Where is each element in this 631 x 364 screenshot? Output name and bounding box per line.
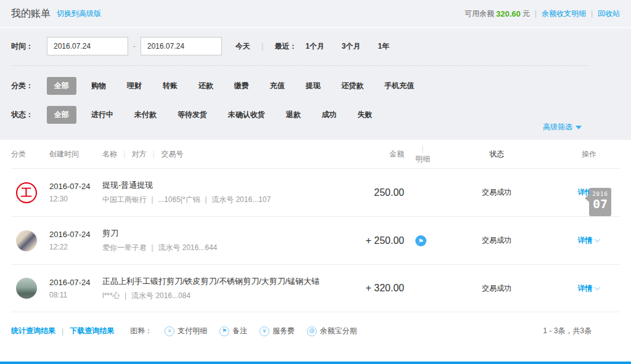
status-option-all[interactable]: 全部 [47,106,76,124]
transaction-row: 工 2016-07-24 12:30 提现-普通提现 中国工商银行 ｜ ...1… [11,168,620,216]
category-option-fees[interactable]: 缴费 [228,77,255,95]
preset-1month[interactable]: 1个月 [306,41,325,52]
status-option-refund[interactable]: 退款 [280,106,307,124]
preset-1year[interactable]: 1年 [378,41,389,52]
preset-3month[interactable]: 3个月 [341,41,360,52]
note-flag-icon[interactable]: ⚑ [415,235,426,246]
row-title: 提现-普通提现 [102,180,340,191]
separator: | [535,9,537,18]
category-option-transfer[interactable]: 转账 [157,77,184,95]
row-amount: 250.00 [374,187,404,198]
category-option-loan[interactable]: 还贷款 [335,77,370,95]
row-subtitle: l***心 ｜ 流水号 2016...084 [102,291,340,301]
header-amount: 金额 [345,149,407,160]
row-amount: + 250.00 [365,235,404,246]
installment-icon: @ [307,326,317,336]
category-option-all[interactable]: 全部 [47,77,76,95]
legend-label: 图释： [130,326,152,336]
pagination-info: 1 - 3条，共3条 [543,326,592,336]
dashed-divider [11,65,589,66]
row-title: 正品上利手工锻打剪刀/铁皮剪刀/不锈钢剪刀/大剪刀/锰钢大锚 [102,276,340,287]
user-photo-avatar [16,230,37,251]
today-option[interactable]: 今天 [235,41,250,52]
category-label: 分类： [11,81,47,91]
header-created: 创建时间 [49,149,102,160]
date-from-input[interactable] [47,37,128,55]
category-option-wealth[interactable]: 理财 [121,77,148,95]
row-time: 12:22 [49,243,102,251]
balance-label: 可用余额 [465,9,494,19]
legend-item: ¥ 服务费 [259,326,295,336]
status-option-ongoing[interactable]: 进行中 [85,106,120,124]
scenery-photo-avatar [16,278,37,299]
legend-item-label: 备注 [232,326,247,336]
category-option-topup[interactable]: 充值 [264,77,291,95]
row-title: 剪刀 [102,228,340,239]
transaction-row: 2016-07-24 08:11 正品上利手工锻打剪刀/铁皮剪刀/不锈钢剪刀/大… [11,264,620,312]
category-option-mobile[interactable]: 手机充值 [378,77,420,95]
category-option-withdraw[interactable]: 提现 [299,77,327,95]
status-option-toship[interactable]: 等待发货 [171,106,213,124]
balance-detail-link[interactable]: 余额收支明细 [542,9,586,19]
payment-detail-icon: ≡ [165,326,174,336]
status-option-unpaid[interactable]: 未付款 [128,106,163,124]
row-subtitle: 中国工商银行 ｜ ...1065|*广锦 ｜ 流水号 2016...107 [102,195,340,205]
row-date: 2016-07-24 [49,182,102,191]
chevron-down-icon[interactable] [594,236,600,242]
recycle-bin-link[interactable]: 回收站 [598,9,620,19]
table-footer: 统计查询结果 | 下载查询结果 图释： ≡ 支付明细 ⚑ 备注 ¥ 服务费 @ … [0,312,631,336]
status-option-failed[interactable]: 失败 [351,106,378,124]
advanced-filter-link[interactable]: 高级筛选 [543,122,582,132]
date-to-input[interactable] [140,37,222,55]
transactions-table: 分类 创建时间 名称｜对方｜交易号 金额 ｜明细 状态 操作 工 2016-07… [0,140,631,312]
month-marker-badge: 2016 07 [589,188,611,216]
separator: ｜ [150,150,158,158]
row-amount: + 320.00 [365,283,404,293]
note-flag-icon: ⚑ [219,326,229,336]
download-results-link[interactable]: 下载查询结果 [70,326,114,336]
balance-value: 320.60 [496,9,521,18]
date-range-dash: - [133,42,136,51]
detail-link[interactable]: 详情 [578,236,593,245]
recent-label: 最近： [275,41,297,52]
header-status: 状态 [435,149,558,160]
row-date: 2016-07-24 [49,278,102,287]
header-category: 分类 [11,149,49,160]
legend-item: @ 余额宝分期 [307,326,357,336]
table-header: 分类 创建时间 名称｜对方｜交易号 金额 ｜明细 状态 操作 [11,140,620,168]
legend-item-label: 支付明细 [177,326,207,336]
filter-panel: 时间： - 今天 ｜ 最近： 1个月 3个月 1年 分类： 全部 购物 理财 转… [0,28,631,140]
status-option-success[interactable]: 成功 [316,106,343,124]
separator: ｜ [259,41,266,52]
status-label: 状态： [11,110,47,120]
row-status: 交易成功 [435,283,558,294]
header-name-group: 名称｜对方｜交易号 [102,149,345,160]
header-txn-no: 交易号 [161,150,184,158]
service-fee-icon: ¥ [259,326,269,336]
category-option-repay[interactable]: 还款 [192,77,219,95]
category-option-shopping[interactable]: 购物 [85,77,112,95]
legend-item-label: 余额宝分期 [320,326,357,336]
transaction-row: 2016-07-24 12:22 剪刀 爱你一辈子君 ｜ 流水号 2016...… [11,216,620,264]
time-filter-row: 时间： - 今天 ｜ 最近： 1个月 3个月 1年 [11,37,620,55]
row-time: 08:11 [49,291,102,299]
status-option-unconfirmed[interactable]: 未确认收货 [222,106,271,124]
header-action: 操作 [558,149,620,160]
header-name: 名称 [102,150,117,158]
detail-link[interactable]: 详情 [578,284,593,293]
separator: ｜ [121,150,128,158]
category-filter-row: 分类： 全部 购物 理财 转账 还款 缴费 充值 提现 还贷款 手机充值 [11,77,620,95]
bottom-accent-bar [0,362,631,364]
separator: ｜ [419,144,426,153]
chevron-down-icon[interactable] [594,284,600,290]
row-subtitle: 爱你一辈子君 ｜ 流水号 2016...644 [102,243,340,253]
row-status: 交易成功 [435,187,558,198]
icon-legend: 图释： ≡ 支付明细 ⚑ 备注 ¥ 服务费 @ 余额宝分期 [130,326,357,336]
switch-advanced-link[interactable]: 切换到高级版 [57,9,101,19]
advanced-filter-label: 高级筛选 [543,122,572,132]
triangle-down-icon [576,126,582,129]
marker-month: 07 [589,197,611,211]
separator: | [62,327,63,336]
stats-results-link[interactable]: 统计查询结果 [11,326,55,336]
page-title: 我的账单 [11,7,51,20]
